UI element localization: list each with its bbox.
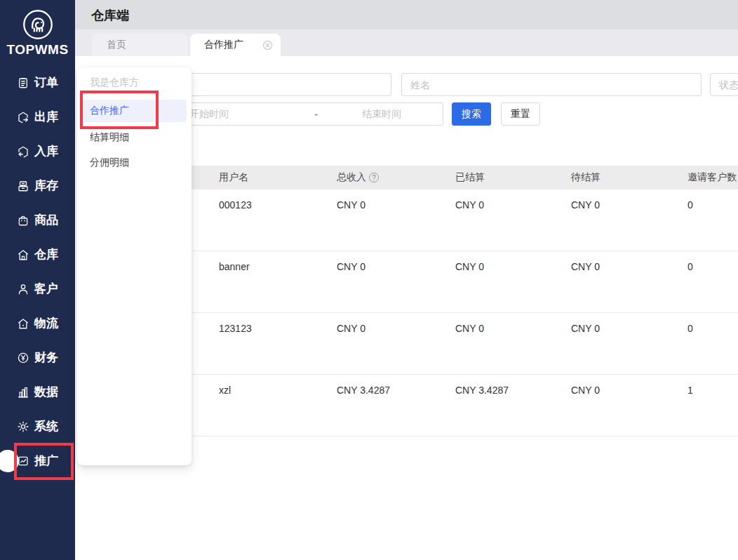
tab-home[interactable]: 首页 [92, 34, 188, 56]
cell-settled: CNY 0 [455, 199, 484, 211]
menu-item-label: 合作推广 [90, 105, 129, 117]
finance-icon [17, 352, 29, 364]
sidebar-item-system[interactable]: 系统 [0, 409, 75, 444]
app-root: TOPWMS 订单 出库 入库 库存 商品 [0, 0, 738, 560]
sidebar-item-label: 入库 [34, 143, 58, 159]
cell-pending: CNY 0 [571, 261, 600, 272]
col-pending-settlement: 待结算 [571, 166, 601, 189]
end-time-placeholder: 结束时间 [321, 108, 443, 121]
menu-item-label: 结算明细 [90, 131, 129, 144]
menu-group-label: 我是仓库方 [77, 73, 192, 93]
reset-button-label: 重置 [511, 108, 530, 121]
cell-invited: 1 [687, 385, 693, 396]
sidebar-item-warehouse[interactable]: 仓库 [0, 237, 75, 272]
sidebar-item-label: 推广 [34, 453, 58, 469]
sidebar-item-orders[interactable]: 订单 [0, 65, 75, 100]
brand-logo: TOPWMS [0, 8, 75, 58]
warehouse-icon [17, 248, 29, 261]
cell-username: xzl [219, 385, 231, 396]
order-icon [17, 76, 29, 89]
sidebar-item-finance[interactable]: 财务 [0, 340, 75, 375]
search-button-label: 搜索 [462, 108, 481, 121]
cell-pending: CNY 0 [571, 199, 600, 211]
start-time-placeholder: 开始时间 [182, 108, 311, 121]
sidebar: TOPWMS 订单 出库 入库 库存 商品 [0, 0, 75, 560]
col-settled: 已结算 [455, 166, 485, 189]
cell-username: 123123 [219, 323, 252, 334]
sidebar-item-label: 数据 [34, 384, 58, 400]
sidebar-item-label: 客户 [34, 281, 58, 297]
search-button[interactable]: 搜索 [452, 102, 491, 126]
sidebar-item-logistics[interactable]: 物流 [0, 306, 75, 340]
filter-first-input[interactable] [181, 73, 391, 96]
sidebar-item-label: 物流 [34, 315, 58, 331]
system-icon [17, 420, 29, 433]
sidebar-item-inbound[interactable]: 入库 [0, 134, 75, 168]
tab-home-label: 首页 [107, 39, 126, 51]
sidebar-item-label: 仓库 [34, 246, 58, 262]
cell-invited: 0 [687, 261, 693, 272]
cell-pending: CNY 0 [571, 323, 600, 334]
menu-item-settlement-detail[interactable]: 结算明细 [77, 128, 192, 147]
help-icon[interactable]: ? [369, 173, 379, 182]
sidebar-item-label: 系统 [34, 418, 58, 434]
range-separator: - [311, 109, 321, 120]
sidebar-item-label: 订单 [34, 74, 58, 91]
page-header: 仓库端 [75, 0, 738, 29]
status-input[interactable] [710, 73, 738, 96]
cell-settled: CNY 0 [455, 323, 484, 334]
name-input[interactable] [401, 73, 702, 96]
sidebar-item-data[interactable]: 数据 [0, 375, 75, 409]
menu-item-cooperation-promotion[interactable]: 合作推广 [83, 100, 187, 122]
tab-active-label: 合作推广 [204, 39, 243, 51]
cell-total-income: CNY 0 [337, 261, 365, 272]
sidebar-item-inventory[interactable]: 库存 [0, 168, 75, 203]
sidebar-item-goods[interactable]: 商品 [0, 203, 75, 237]
cell-settled: CNY 3.4287 [455, 385, 509, 396]
promotion-submenu: 我是仓库方 合作推广 结算明细 分佣明细 [77, 67, 192, 465]
menu-item-commission-detail[interactable]: 分佣明细 [77, 153, 192, 173]
cell-pending: CNY 0 [571, 385, 600, 396]
cell-invited: 0 [687, 323, 693, 334]
sidebar-item-label: 出库 [34, 109, 58, 125]
tab-cooperation-promotion[interactable]: 合作推广 [190, 34, 281, 56]
cell-total-income: CNY 0 [337, 199, 365, 211]
cell-total-income: CNY 3.4287 [337, 385, 390, 396]
tab-close-icon[interactable] [262, 40, 273, 51]
cell-invited: 0 [687, 199, 693, 211]
col-invited-customers: 邀请客户数 [687, 166, 737, 189]
data-icon [17, 386, 29, 399]
page-title: 仓库端 [91, 7, 129, 24]
elephant-logo-icon [22, 8, 54, 41]
cell-total-income: CNY 0 [337, 323, 365, 334]
goods-icon [17, 214, 29, 227]
col-total-income: 总收入 ? [337, 166, 379, 189]
brand-name: TOPWMS [0, 42, 75, 58]
cell-settled: CNY 0 [455, 261, 484, 272]
sidebar-item-label: 财务 [34, 349, 58, 366]
menu-item-label: 分佣明细 [90, 156, 129, 169]
sidebar-item-label: 库存 [34, 178, 58, 194]
cell-username: 000123 [219, 199, 252, 211]
logistics-icon [17, 317, 29, 330]
sidebar-item-outbound[interactable]: 出库 [0, 100, 75, 134]
customer-icon [17, 283, 29, 295]
sidebar-nav: 订单 出库 入库 库存 商品 仓库 [0, 65, 75, 478]
sidebar-item-customers[interactable]: 客户 [0, 272, 75, 306]
cell-username: banner [219, 261, 250, 272]
sidebar-item-label: 商品 [34, 212, 58, 228]
reset-button[interactable]: 重置 [501, 102, 540, 126]
tab-bar: 首页 合作推广 [75, 29, 738, 56]
inbound-icon [17, 145, 29, 158]
date-range-picker[interactable]: 开始时间 - 结束时间 [181, 102, 443, 126]
inventory-icon [17, 180, 29, 192]
col-username: 用户名 [219, 166, 248, 189]
outbound-icon [17, 111, 29, 124]
